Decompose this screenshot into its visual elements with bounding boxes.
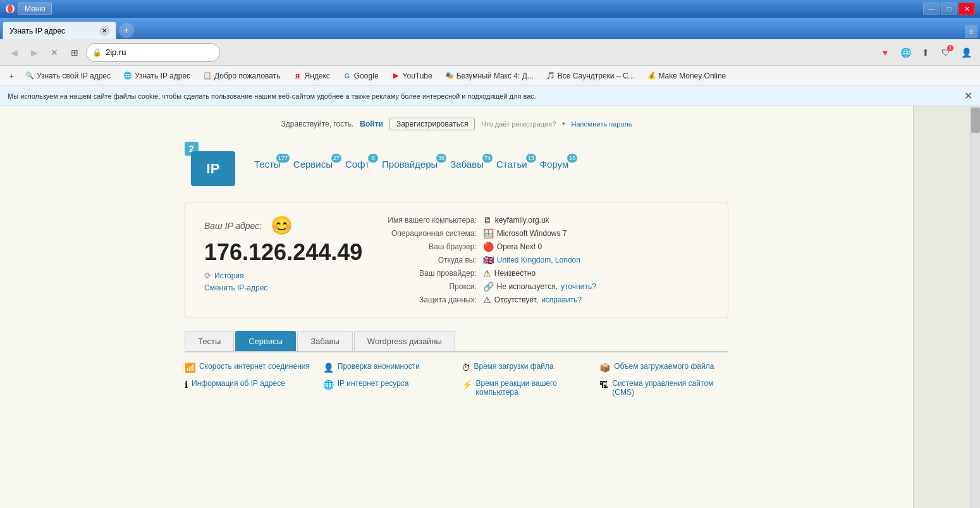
nav-link-zabavy[interactable]: Забавы	[450, 159, 484, 170]
loadtime-link[interactable]: Время загрузки файла	[474, 362, 554, 371]
cms-link[interactable]: Система управления сайтом (CMS)	[612, 379, 728, 397]
label-os: Операционная система:	[388, 229, 477, 238]
remind-link[interactable]: Напомнить пароль	[571, 120, 632, 128]
nav-link-provaidery[interactable]: Провайдеры	[382, 159, 438, 170]
stop-button[interactable]: ✕	[46, 44, 63, 61]
address-bar[interactable]	[86, 43, 220, 62]
tab-testy[interactable]: Тесты	[185, 331, 234, 351]
anon-link[interactable]: Проверка анонимности	[338, 362, 420, 371]
nav-link-forum[interactable]: Форум	[540, 159, 569, 170]
back-button[interactable]: ◀	[5, 44, 23, 61]
globe-button[interactable]: 🌐	[897, 44, 914, 61]
bookmark-uznat-svoy-ip[interactable]: 🔍 Узнать свой IP адрес	[20, 70, 116, 82]
bookmarks-bar: + 🔍 Узнать свой IP адрес 🌐 Узнать IP адр…	[0, 66, 980, 86]
nav-right-buttons: ♥ 🌐 ⬆ 🛡 1 👤	[876, 44, 975, 61]
register-button[interactable]: Зарегистрироваться	[389, 118, 475, 130]
minimize-button[interactable]: —	[923, 3, 940, 15]
tab-servisy[interactable]: Сервисы	[235, 331, 296, 351]
maximize-button[interactable]: □	[941, 3, 957, 15]
label-browser: Ваш браузер:	[388, 242, 477, 251]
bookmark-youtube[interactable]: ▶ YouTube	[386, 70, 438, 82]
menu-button[interactable]: Меню	[18, 3, 52, 15]
value-protection: ⚠ Отсутствует, исправить?	[483, 295, 709, 305]
tab-sidebar-button[interactable]: ≡	[965, 25, 977, 38]
bookmark-make-money[interactable]: 💰 Make Money Online	[642, 70, 732, 82]
bookmarks-add-button[interactable]: +	[5, 70, 18, 82]
google-icon: G	[343, 71, 352, 80]
link-item-speed: 📶 Скорость интернет соединения	[185, 362, 314, 373]
logo-ip-text: IP	[191, 151, 235, 186]
ipinfo-link[interactable]: Информация об IP адресе	[192, 379, 285, 388]
nav-link-soft[interactable]: Софт	[345, 159, 369, 170]
speed-icon: 📶	[185, 362, 195, 373]
nav-item-forum[interactable]: 16 Форум	[540, 159, 569, 170]
scrollbar[interactable]	[970, 106, 980, 508]
cookie-notice: Мы используем на нашем сайте файлы cooki…	[0, 86, 980, 106]
link-item-anon: 👤 Проверка анонимности	[323, 362, 452, 373]
link-item-volume: 📦 Объем загружаемого файла	[599, 362, 728, 373]
bookmark-dobro[interactable]: 📋 Добро пожаловать	[198, 70, 285, 82]
share-button[interactable]: ⬆	[917, 44, 934, 61]
cookie-text: Мы используем на нашем сайте файлы cooki…	[8, 92, 536, 100]
ipresource-icon: 🌐	[323, 380, 334, 390]
label-proxy: Прокси:	[388, 282, 477, 291]
nav-link-servisy[interactable]: Сервисы	[293, 159, 333, 170]
nav-badge-testy: 177	[276, 154, 290, 163]
nav-item-soft[interactable]: 8 Софт	[345, 159, 369, 170]
bookmark-saundtreki[interactable]: 🎵 Все Саундтреки – С...	[541, 70, 640, 82]
tab-close-button[interactable]: ✕	[99, 26, 109, 36]
tab-zabavy[interactable]: Забавы	[297, 331, 353, 351]
cookie-close-button[interactable]: ✕	[964, 90, 972, 102]
nav-badge-soft: 8	[368, 154, 378, 163]
tab-wordpress[interactable]: Wordpress дизайны	[354, 331, 455, 351]
bookmark-yandex[interactable]: Я Яндекс	[288, 70, 335, 82]
browser-content: Здравствуйте, гость. Войти Зарегистриров…	[0, 106, 980, 508]
link-item-ipresource: 🌐 IP интернет ресурса	[323, 379, 452, 397]
new-tab-button[interactable]: +	[119, 23, 134, 38]
bookmark-icon: 🎵	[546, 71, 555, 80]
speed-link[interactable]: Скорость интернет соединения	[199, 362, 310, 371]
forward-button[interactable]: ▶	[25, 44, 43, 61]
ip-address-value: 176.126.244.49	[204, 239, 362, 266]
nav-item-provaidery[interactable]: 3К Провайдеры	[382, 159, 438, 170]
volume-link[interactable]: Объем загружаемого файла	[614, 362, 714, 371]
computer-icon: 🖥	[483, 215, 492, 225]
login-link[interactable]: Войти	[360, 120, 383, 128]
window-controls: — □ ✕	[923, 3, 975, 15]
proxy-text: Не используется,	[497, 282, 558, 291]
close-button[interactable]: ✕	[959, 3, 975, 15]
location-link[interactable]: United Kingdom, London	[497, 256, 580, 264]
nav-badge-stati: 13	[526, 154, 536, 163]
ip-history-link[interactable]: История	[214, 271, 244, 280]
os-text: Microsoft Windows 7	[497, 229, 567, 238]
ip-details-grid: Имя вашего компьютера: 🖥 keyfamily.org.u…	[388, 215, 709, 305]
ip-title: Ваш IP адрес:	[204, 221, 262, 231]
nav-item-servisy[interactable]: 27 Сервисы	[293, 159, 333, 170]
ip-change-link[interactable]: Сменить IP-адрес	[204, 283, 362, 292]
yandex-icon: Я	[293, 71, 302, 80]
tab-uznat-ip[interactable]: Узнать IP адрес ✕	[3, 22, 116, 39]
bookmark-uznat-ip[interactable]: 🌐 Узнать IP адрес	[118, 70, 195, 82]
browser-text: Opera Next 0	[497, 242, 542, 251]
bookmark-google[interactable]: G Google	[338, 70, 384, 82]
protection-text: Отсутствует,	[494, 295, 538, 304]
right-sidebar	[913, 106, 970, 508]
nav-item-zabavy[interactable]: 74 Забавы	[450, 159, 484, 170]
nav-badge-zabavy: 74	[482, 154, 493, 163]
nav-item-stati[interactable]: 13 Статьи	[496, 159, 527, 170]
tab-label: Узнать IP адрес	[9, 27, 65, 35]
reaction-link[interactable]: Время реакции вашего компьютера	[476, 379, 591, 397]
bookmark-bezumny[interactable]: 🎭 Безумный Макс 4: Д...	[440, 70, 539, 82]
nav-link-stati[interactable]: Статьи	[496, 159, 527, 170]
bookmark-label: Все Саундтреки – С...	[558, 71, 635, 80]
youtube-icon: ▶	[391, 71, 400, 80]
protection-fix-link[interactable]: исправить?	[541, 295, 582, 304]
proxy-clarify-link[interactable]: уточнить?	[561, 282, 596, 291]
addon-button[interactable]: 🛡 1	[937, 44, 955, 61]
grid-button[interactable]: ⊞	[66, 44, 83, 61]
ipresource-link[interactable]: IP интернет ресурса	[338, 379, 409, 388]
heart-button[interactable]: ♥	[876, 44, 894, 61]
user-button[interactable]: 👤	[957, 44, 975, 61]
nav-item-testy[interactable]: 177 Тесты	[254, 159, 281, 170]
link-item-reaction: ⚡ Время реакции вашего компьютера	[462, 379, 591, 397]
